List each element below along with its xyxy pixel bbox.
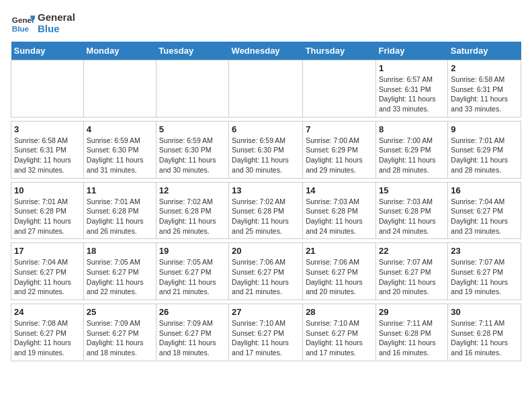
day-cell xyxy=(11,60,84,118)
day-number: 20 xyxy=(232,246,300,256)
day-cell: 15Sunrise: 7:03 AM Sunset: 6:28 PM Dayli… xyxy=(375,182,447,239)
week-row-3: 10Sunrise: 7:01 AM Sunset: 6:28 PM Dayli… xyxy=(11,182,521,239)
week-row-1: 1Sunrise: 6:57 AM Sunset: 6:31 PM Daylig… xyxy=(11,60,521,118)
day-number: 7 xyxy=(306,124,373,134)
day-number: 24 xyxy=(14,307,81,317)
day-number: 13 xyxy=(232,185,300,195)
day-number: 19 xyxy=(159,246,226,256)
day-info: Sunrise: 7:07 AM Sunset: 6:27 PM Dayligh… xyxy=(379,257,445,297)
header-cell-sunday: Sunday xyxy=(11,42,84,60)
day-number: 30 xyxy=(451,307,518,317)
day-cell: 9Sunrise: 7:01 AM Sunset: 6:29 PM Daylig… xyxy=(448,121,521,178)
day-number: 17 xyxy=(14,246,81,256)
svg-text:Blue: Blue xyxy=(12,24,30,33)
day-number: 26 xyxy=(159,307,226,317)
day-cell: 21Sunrise: 7:06 AM Sunset: 6:27 PM Dayli… xyxy=(303,243,376,300)
day-cell: 29Sunrise: 7:11 AM Sunset: 6:28 PM Dayli… xyxy=(375,304,447,361)
day-info: Sunrise: 6:59 AM Sunset: 6:30 PM Dayligh… xyxy=(87,136,153,175)
day-info: Sunrise: 6:59 AM Sunset: 6:30 PM Dayligh… xyxy=(159,136,226,175)
header-cell-thursday: Thursday xyxy=(303,42,376,60)
day-cell xyxy=(83,60,156,118)
day-info: Sunrise: 7:10 AM Sunset: 6:27 PM Dayligh… xyxy=(306,318,373,358)
day-cell: 13Sunrise: 7:02 AM Sunset: 6:28 PM Dayli… xyxy=(229,182,303,239)
day-cell: 25Sunrise: 7:09 AM Sunset: 6:27 PM Dayli… xyxy=(83,304,156,361)
logo: General Blue General Blue xyxy=(11,11,75,35)
day-number: 3 xyxy=(14,124,81,134)
day-cell: 17Sunrise: 7:04 AM Sunset: 6:27 PM Dayli… xyxy=(11,243,84,300)
day-info: Sunrise: 7:10 AM Sunset: 6:27 PM Dayligh… xyxy=(232,318,300,358)
day-info: Sunrise: 7:05 AM Sunset: 6:27 PM Dayligh… xyxy=(87,257,153,297)
day-cell: 7Sunrise: 7:00 AM Sunset: 6:29 PM Daylig… xyxy=(303,121,376,178)
day-cell: 19Sunrise: 7:05 AM Sunset: 6:27 PM Dayli… xyxy=(156,243,228,300)
day-info: Sunrise: 7:01 AM Sunset: 6:28 PM Dayligh… xyxy=(14,197,81,236)
day-info: Sunrise: 7:04 AM Sunset: 6:27 PM Dayligh… xyxy=(451,197,518,236)
day-info: Sunrise: 6:59 AM Sunset: 6:30 PM Dayligh… xyxy=(232,136,300,175)
day-number: 5 xyxy=(159,124,226,134)
day-number: 8 xyxy=(379,124,445,134)
day-cell: 10Sunrise: 7:01 AM Sunset: 6:28 PM Dayli… xyxy=(11,182,84,239)
day-number: 15 xyxy=(379,185,445,195)
day-cell xyxy=(156,60,228,118)
header-cell-friday: Friday xyxy=(375,42,447,60)
day-cell: 11Sunrise: 7:01 AM Sunset: 6:28 PM Dayli… xyxy=(83,182,156,239)
logo-icon: General Blue xyxy=(11,11,35,35)
week-row-4: 17Sunrise: 7:04 AM Sunset: 6:27 PM Dayli… xyxy=(11,243,521,300)
day-cell xyxy=(229,60,303,118)
day-number: 23 xyxy=(451,246,518,256)
day-cell: 30Sunrise: 7:11 AM Sunset: 6:28 PM Dayli… xyxy=(448,304,521,361)
week-row-2: 3Sunrise: 6:58 AM Sunset: 6:31 PM Daylig… xyxy=(11,121,521,178)
day-cell: 3Sunrise: 6:58 AM Sunset: 6:31 PM Daylig… xyxy=(11,121,84,178)
calendar-table: SundayMondayTuesdayWednesdayThursdayFrid… xyxy=(11,42,521,361)
header-cell-saturday: Saturday xyxy=(448,42,521,60)
day-cell: 4Sunrise: 6:59 AM Sunset: 6:30 PM Daylig… xyxy=(83,121,156,178)
day-number: 1 xyxy=(379,63,445,73)
day-number: 27 xyxy=(232,307,300,317)
day-info: Sunrise: 7:01 AM Sunset: 6:28 PM Dayligh… xyxy=(87,197,153,236)
day-cell: 8Sunrise: 7:00 AM Sunset: 6:29 PM Daylig… xyxy=(375,121,447,178)
day-number: 28 xyxy=(306,307,373,317)
day-number: 10 xyxy=(14,185,81,195)
day-cell: 20Sunrise: 7:06 AM Sunset: 6:27 PM Dayli… xyxy=(229,243,303,300)
header-cell-monday: Monday xyxy=(83,42,156,60)
day-info: Sunrise: 7:06 AM Sunset: 6:27 PM Dayligh… xyxy=(306,257,373,297)
day-number: 11 xyxy=(87,185,153,195)
logo-text-general: General xyxy=(38,11,75,23)
header-row: SundayMondayTuesdayWednesdayThursdayFrid… xyxy=(11,42,521,60)
day-cell: 18Sunrise: 7:05 AM Sunset: 6:27 PM Dayli… xyxy=(83,243,156,300)
day-info: Sunrise: 7:11 AM Sunset: 6:28 PM Dayligh… xyxy=(379,318,445,358)
day-cell xyxy=(303,60,376,118)
header: General Blue General Blue xyxy=(11,11,521,35)
day-cell: 12Sunrise: 7:02 AM Sunset: 6:28 PM Dayli… xyxy=(156,182,228,239)
day-info: Sunrise: 7:02 AM Sunset: 6:28 PM Dayligh… xyxy=(232,197,300,236)
day-cell: 14Sunrise: 7:03 AM Sunset: 6:28 PM Dayli… xyxy=(303,182,376,239)
day-cell: 24Sunrise: 7:08 AM Sunset: 6:27 PM Dayli… xyxy=(11,304,84,361)
day-cell: 22Sunrise: 7:07 AM Sunset: 6:27 PM Dayli… xyxy=(375,243,447,300)
day-info: Sunrise: 7:05 AM Sunset: 6:27 PM Dayligh… xyxy=(159,257,226,297)
day-number: 6 xyxy=(232,124,300,134)
day-info: Sunrise: 7:09 AM Sunset: 6:27 PM Dayligh… xyxy=(159,318,226,358)
day-info: Sunrise: 7:03 AM Sunset: 6:28 PM Dayligh… xyxy=(306,197,373,236)
day-number: 16 xyxy=(451,185,518,195)
day-info: Sunrise: 7:09 AM Sunset: 6:27 PM Dayligh… xyxy=(87,318,153,358)
day-info: Sunrise: 7:04 AM Sunset: 6:27 PM Dayligh… xyxy=(14,257,81,297)
day-cell: 27Sunrise: 7:10 AM Sunset: 6:27 PM Dayli… xyxy=(229,304,303,361)
day-number: 25 xyxy=(87,307,153,317)
day-cell: 2Sunrise: 6:58 AM Sunset: 6:31 PM Daylig… xyxy=(448,60,521,118)
day-number: 18 xyxy=(87,246,153,256)
day-info: Sunrise: 6:57 AM Sunset: 6:31 PM Dayligh… xyxy=(379,75,445,114)
day-info: Sunrise: 7:11 AM Sunset: 6:28 PM Dayligh… xyxy=(451,318,518,358)
header-cell-tuesday: Tuesday xyxy=(156,42,228,60)
day-info: Sunrise: 7:00 AM Sunset: 6:29 PM Dayligh… xyxy=(379,136,445,175)
day-cell: 23Sunrise: 7:07 AM Sunset: 6:27 PM Dayli… xyxy=(448,243,521,300)
day-info: Sunrise: 7:02 AM Sunset: 6:28 PM Dayligh… xyxy=(159,197,226,236)
day-number: 2 xyxy=(451,63,518,73)
day-info: Sunrise: 7:00 AM Sunset: 6:29 PM Dayligh… xyxy=(306,136,373,175)
day-info: Sunrise: 7:01 AM Sunset: 6:29 PM Dayligh… xyxy=(451,136,518,175)
day-number: 21 xyxy=(306,246,373,256)
day-info: Sunrise: 7:03 AM Sunset: 6:28 PM Dayligh… xyxy=(379,197,445,236)
day-number: 22 xyxy=(379,246,445,256)
day-cell: 28Sunrise: 7:10 AM Sunset: 6:27 PM Dayli… xyxy=(303,304,376,361)
day-cell: 26Sunrise: 7:09 AM Sunset: 6:27 PM Dayli… xyxy=(156,304,228,361)
header-cell-wednesday: Wednesday xyxy=(229,42,303,60)
day-info: Sunrise: 6:58 AM Sunset: 6:31 PM Dayligh… xyxy=(451,75,518,114)
